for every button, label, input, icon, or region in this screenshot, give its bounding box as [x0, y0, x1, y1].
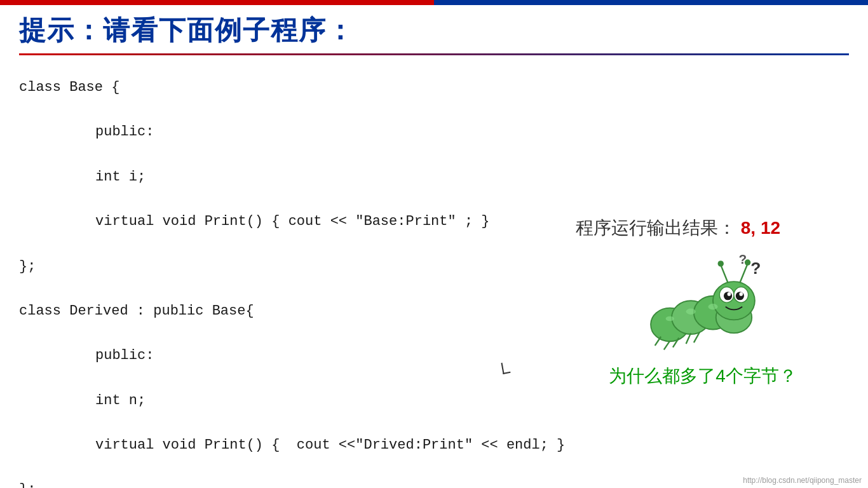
svg-point-10	[739, 292, 743, 296]
code-line-10: };	[19, 478, 849, 488]
svg-point-17	[708, 304, 717, 309]
caterpillar-image: ? ?	[633, 253, 773, 355]
svg-line-11	[721, 265, 728, 283]
top-bar	[0, 0, 868, 5]
title-text: 提示：请看下面例子程序：	[19, 13, 849, 48]
code-line-1: class Base {	[19, 76, 849, 98]
output-value: 8, 12	[736, 218, 780, 238]
output-result: 程序运行输出结果： 8, 12	[576, 216, 830, 240]
slide-container: 提示：请看下面例子程序： class Base { public: int i;…	[0, 0, 868, 488]
svg-point-18	[686, 309, 696, 315]
title-section: 提示：请看下面例子程序：	[19, 13, 849, 55]
svg-point-4	[713, 281, 755, 320]
output-label: 程序运行输出结果：	[576, 218, 736, 238]
watermark: http://blog.csdn.net/qiipong_master	[743, 476, 862, 485]
code-line-8: int n;	[19, 390, 849, 412]
code-line-9: virtual void Print() { cout <<"Drived:Pr…	[19, 434, 849, 456]
caterpillar-container: ? ?	[576, 253, 830, 355]
code-line-3: int i;	[19, 166, 849, 188]
svg-text:?: ?	[738, 253, 747, 266]
svg-line-13	[740, 264, 747, 283]
right-panel: 程序运行输出结果： 8, 12	[576, 216, 830, 388]
svg-line-21	[664, 341, 670, 349]
svg-point-12	[718, 261, 724, 266]
svg-point-19	[666, 316, 674, 322]
svg-point-9	[728, 292, 731, 296]
question-text: 为什么都多了4个字节？	[576, 364, 830, 388]
svg-text:?: ?	[750, 259, 761, 278]
code-line-2: public:	[19, 121, 849, 143]
divider-line	[19, 53, 849, 55]
